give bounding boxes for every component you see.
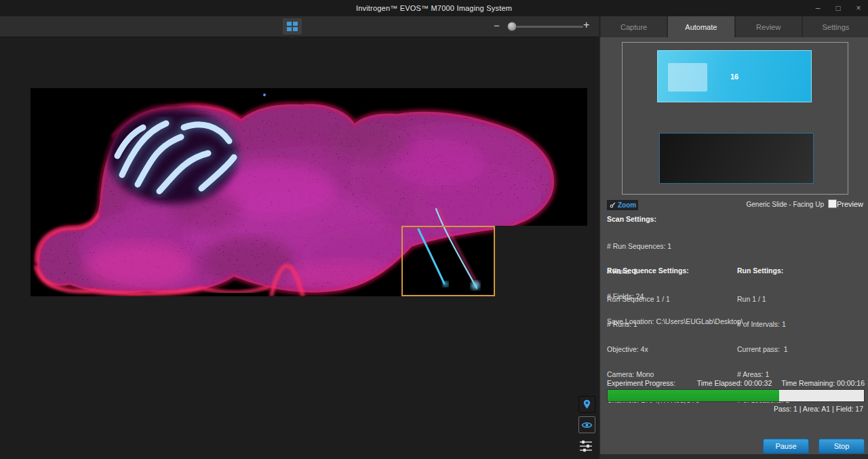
slide-2-empty[interactable] — [659, 133, 814, 184]
run-sequence-settings-title: Run Sequence Settings: — [607, 266, 689, 275]
experiment-progress-bar — [607, 389, 865, 402]
zoom-slider-track[interactable] — [507, 26, 583, 28]
magnifier-icon — [610, 202, 616, 208]
tab-capture[interactable]: Capture — [601, 16, 667, 37]
zoom-out-icon[interactable]: − — [494, 20, 500, 31]
rss-objective: Objective: 4x — [607, 345, 700, 353]
window-controls: – □ × — [812, 0, 864, 16]
scan-position-status: Pass: 1 | Area: A1 | Field: 17 — [774, 405, 863, 413]
adjustments-button[interactable] — [576, 437, 595, 455]
rs-run: Run 1 / 1 — [737, 295, 789, 303]
tab-settings[interactable]: Settings — [803, 16, 868, 37]
cerebellum-folia — [108, 108, 237, 203]
vessel-type-label: Generic Slide - Facing Up — [747, 201, 825, 208]
view-toolbar: − + — [0, 16, 599, 37]
preview-checkbox[interactable] — [828, 199, 837, 208]
debris-dot — [263, 94, 266, 96]
mode-tabs: Capture Automate Review Settings — [600, 16, 868, 37]
experiment-progress-label: Experiment Progress: — [607, 379, 675, 387]
scan-setting-run-sequences: # Run Sequences: 1 — [607, 242, 743, 250]
progress-labels: Experiment Progress: Time Elapsed: 00:00… — [607, 379, 865, 387]
rs-areas: # Areas: 1 — [737, 370, 789, 378]
close-icon[interactable]: × — [853, 3, 864, 13]
panel-bottom-strip — [600, 454, 868, 459]
minimize-icon[interactable]: – — [812, 3, 823, 13]
vessel-zoom-label: Zoom — [618, 201, 636, 209]
grid-icon — [287, 22, 298, 31]
eye-icon — [581, 421, 593, 429]
overlay-visibility-button[interactable] — [578, 416, 595, 433]
location-pin-button[interactable] — [578, 396, 595, 413]
rss-camera: Camera: Mono — [607, 370, 700, 378]
pause-button[interactable]: Pause — [763, 439, 809, 454]
image-view-region: − + — [0, 16, 599, 459]
vessel-zoom-button[interactable]: Zoom — [607, 200, 638, 210]
rs-current-pass: Current pass: 1 — [737, 345, 789, 353]
brain-section — [31, 88, 587, 296]
control-panel: Capture Automate Review Settings 16 Zoom… — [599, 16, 868, 459]
zoom-slider-handle[interactable] — [507, 22, 517, 31]
rss-run-sequence: Run Sequence 1 / 1 — [607, 295, 700, 303]
restore-icon[interactable]: □ — [833, 3, 844, 13]
preview-label: Preview — [837, 200, 863, 208]
current-field-highlight — [401, 226, 495, 296]
specimen-viewport — [0, 37, 599, 459]
tab-review[interactable]: Review — [736, 16, 802, 37]
progress-bar-fill — [608, 390, 779, 401]
rss-runs: # Runs: 1 — [607, 320, 700, 328]
field-grid-button[interactable] — [283, 18, 302, 35]
slide-1-field-count: 16 — [658, 51, 811, 102]
specimen-scan-image — [31, 88, 587, 296]
location-pin-icon — [582, 399, 592, 410]
scan-settings-title: Scan Settings: — [607, 215, 656, 223]
window-title: Invitrogen™ EVOS™ M7000 Imaging System — [356, 4, 512, 12]
time-elapsed: Time Elapsed: 00:00:32 — [697, 379, 772, 387]
evos-imaging-app: { "window": { "title": "Invitrogen™ EVOS… — [0, 0, 868, 459]
zoom-in-icon[interactable]: + — [583, 19, 589, 31]
slide-1-active[interactable]: 16 — [657, 50, 812, 102]
sliders-icon — [579, 439, 593, 453]
title-bar: Invitrogen™ EVOS™ M7000 Imaging System –… — [0, 0, 868, 16]
stop-button[interactable]: Stop — [818, 439, 865, 454]
time-remaining: Time Remaining: 00:00:16 — [781, 379, 865, 387]
run-settings-title: Run Settings: — [737, 266, 783, 275]
rs-intervals: # of Intervals: 1 — [737, 320, 789, 328]
slide-holder-preview: 16 — [622, 42, 848, 195]
tab-automate[interactable]: Automate — [668, 16, 734, 37]
